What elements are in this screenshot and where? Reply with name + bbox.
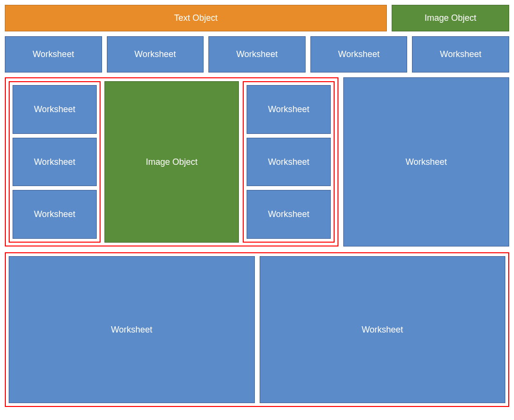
right-stack-worksheet-3: Worksheet	[247, 190, 331, 239]
text-object: Text Object	[5, 5, 387, 31]
worksheet-label: Worksheet	[34, 209, 75, 219]
left-stack-worksheet-2: Worksheet	[13, 138, 97, 187]
worksheet-label: Worksheet	[34, 104, 75, 115]
nav-worksheet-5: Worksheet	[412, 36, 509, 72]
worksheet-label: Worksheet	[34, 157, 75, 167]
worksheet-label: Worksheet	[111, 325, 152, 335]
bottom-container: Worksheet Worksheet	[5, 252, 509, 407]
nav-worksheet-label: Worksheet	[338, 49, 380, 59]
text-object-label: Text Object	[174, 13, 218, 23]
worksheet-label: Worksheet	[268, 157, 309, 167]
nav-row: Worksheet Worksheet Worksheet Worksheet …	[5, 36, 509, 72]
nav-worksheet-label: Worksheet	[134, 49, 176, 59]
image-object-header-label: Image Object	[425, 13, 476, 23]
content-container: Worksheet Worksheet Worksheet Image Obje…	[5, 77, 338, 246]
nav-worksheet-label: Worksheet	[236, 49, 278, 59]
image-object-center: Image Object	[104, 81, 239, 243]
big-worksheet: Worksheet	[343, 77, 509, 246]
left-stack-container: Worksheet Worksheet Worksheet	[9, 81, 101, 243]
bottom-worksheet-right: Worksheet	[260, 256, 506, 403]
image-object-center-label: Image Object	[146, 157, 197, 167]
header-row: Text Object Image Object	[5, 5, 509, 31]
nav-worksheet-2: Worksheet	[107, 36, 204, 72]
image-object-header: Image Object	[392, 5, 509, 31]
worksheet-label: Worksheet	[362, 325, 403, 335]
right-stack-worksheet-1: Worksheet	[247, 85, 331, 134]
worksheet-label: Worksheet	[268, 104, 309, 115]
content-row: Worksheet Worksheet Worksheet Image Obje…	[5, 77, 509, 246]
nav-worksheet-1: Worksheet	[5, 36, 102, 72]
left-stack-worksheet-3: Worksheet	[13, 190, 97, 239]
bottom-worksheet-left: Worksheet	[9, 256, 255, 403]
nav-worksheet-4: Worksheet	[310, 36, 408, 72]
left-stack-worksheet-1: Worksheet	[13, 85, 97, 134]
worksheet-label: Worksheet	[268, 209, 309, 219]
nav-worksheet-3: Worksheet	[208, 36, 306, 72]
nav-worksheet-label: Worksheet	[440, 49, 482, 59]
right-stack-worksheet-2: Worksheet	[247, 138, 331, 187]
nav-worksheet-label: Worksheet	[32, 49, 74, 59]
right-stack-container: Worksheet Worksheet Worksheet	[243, 81, 335, 243]
big-worksheet-label: Worksheet	[406, 157, 447, 167]
